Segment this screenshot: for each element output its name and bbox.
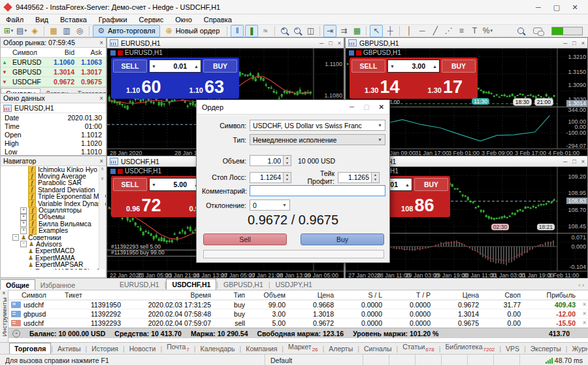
tree-item-объемы[interactable]: +fОбъемы bbox=[1, 214, 106, 220]
collapse-icon[interactable]: − bbox=[12, 234, 19, 241]
market-watch-icon[interactable]: ◈ bbox=[29, 26, 41, 37]
stop-loss-input[interactable]: 1.1264 bbox=[250, 172, 284, 183]
navigator-tab-Избранное[interactable]: Избранное bbox=[35, 280, 80, 290]
navigator-icon[interactable]: ▥ bbox=[61, 26, 73, 37]
ocp-buy-button[interactable]: BUY bbox=[442, 60, 476, 73]
horizontal-line-icon[interactable]: ─ bbox=[416, 26, 428, 37]
market-watch-row[interactable]: ▼GBPUSD1.30141.3017 bbox=[1, 67, 106, 77]
vertical-line-icon[interactable]: │ bbox=[403, 26, 415, 37]
tree-item-variable-index-dynamic-a[interactable]: fVariable Index Dynamic A bbox=[1, 200, 106, 207]
volume-down-icon[interactable]: ▼ bbox=[388, 64, 397, 69]
toolbox-tab-Статьи[interactable]: Статьи678 bbox=[398, 341, 438, 354]
buy-price-tile[interactable]: 1.1063 bbox=[176, 75, 238, 97]
chart-plot-area[interactable]: GBPUSD,H1SELL▼3.00▲BUY1.30141.30171.3210… bbox=[346, 48, 587, 107]
chart-window-titlebar[interactable]: GBPUSD,H1─□× bbox=[346, 38, 587, 48]
buy-price-tile[interactable]: 1.3017 bbox=[415, 75, 476, 97]
chart-close-button[interactable]: × bbox=[581, 40, 585, 46]
tree-item-examples[interactable]: +fExamples bbox=[1, 228, 106, 234]
expand-icon[interactable]: + bbox=[20, 214, 27, 220]
menu-Вставка[interactable]: Вставка bbox=[54, 16, 93, 24]
menu-Файл[interactable]: Файл bbox=[0, 16, 29, 24]
new-chart-icon[interactable]: ⊞▾ bbox=[3, 26, 14, 37]
toolbox-tab-Торговля[interactable]: Торговля bbox=[9, 343, 51, 354]
cursor-icon[interactable]: ↖ bbox=[370, 25, 383, 37]
ocp-sell-button[interactable]: SELL bbox=[113, 178, 147, 191]
zoom-out-icon[interactable]: − bbox=[291, 26, 303, 37]
text-label-icon[interactable]: T bbox=[468, 26, 480, 37]
position-row[interactable]: usdchf113922932020.02.04 07:59:07sell5.0… bbox=[8, 319, 588, 328]
zoom-in-icon[interactable]: + bbox=[278, 26, 290, 37]
terminal-icon[interactable]: ◎ bbox=[74, 26, 86, 37]
tree-item-moving-average[interactable]: fMoving Average bbox=[1, 173, 106, 179]
toolbox-tab-Компания[interactable]: Компания bbox=[241, 343, 282, 354]
fibonacci-icon[interactable]: ⋰ bbox=[442, 26, 454, 37]
sell-price-tile[interactable]: 1.1060 bbox=[113, 75, 174, 97]
chart-minimize-button[interactable]: ─ bbox=[563, 158, 567, 165]
search-icon[interactable] bbox=[515, 26, 527, 37]
data-window-close-icon[interactable]: × bbox=[99, 95, 103, 102]
chat-icon[interactable] bbox=[533, 27, 542, 34]
buy-price-tile[interactable]: 10886 bbox=[387, 193, 449, 215]
navigator-tab-Общие[interactable]: Общие bbox=[0, 279, 35, 290]
toolbox-tab-Алерты[interactable]: Алерты bbox=[324, 343, 357, 354]
take-profit-spinner[interactable]: ▲▼ bbox=[372, 172, 380, 183]
tree-item-advisors[interactable]: −♟Advisors bbox=[1, 241, 106, 247]
volume-input[interactable]: 1.00 bbox=[250, 155, 284, 166]
volume-stepper[interactable]: ▼3.00▲ bbox=[387, 60, 440, 73]
menu-Окно[interactable]: Окно bbox=[169, 16, 198, 24]
volume-down-icon[interactable]: ▼ bbox=[150, 64, 158, 69]
comment-input[interactable] bbox=[250, 185, 385, 196]
tree-item-expertmapsar[interactable]: ♟ExpertMAPSAR bbox=[1, 261, 106, 268]
volume-down-icon[interactable]: ▼ bbox=[150, 182, 158, 187]
bar-chart-icon[interactable]: ‖ bbox=[231, 25, 244, 37]
channel-icon[interactable]: ≡ bbox=[455, 26, 467, 37]
volume-spinner[interactable]: ▲▼ bbox=[284, 155, 291, 166]
toolbox-tab-Сигналы[interactable]: Сигналы bbox=[359, 343, 397, 354]
menu-Справка[interactable]: Справка bbox=[198, 16, 238, 24]
line-chart-icon[interactable]: ≈ bbox=[259, 26, 271, 37]
toolbox-tab-VPS[interactable]: VPS bbox=[501, 343, 524, 354]
chart-tab-EURUSD,H1[interactable]: EURUSD,H1 bbox=[114, 279, 165, 290]
shapes-icon[interactable]: %▾ bbox=[482, 26, 493, 37]
dialog-minimize-button[interactable]: ─ bbox=[350, 103, 354, 111]
ocp-sell-button[interactable]: SELL bbox=[351, 60, 385, 73]
ocp-buy-button[interactable]: BUY bbox=[414, 178, 448, 191]
collapse-icon[interactable]: − bbox=[20, 241, 27, 247]
chart-maximize-button[interactable]: □ bbox=[572, 40, 576, 46]
templates-icon[interactable]: ▦ bbox=[351, 26, 363, 37]
expand-icon[interactable]: + bbox=[20, 228, 27, 234]
chart-close-button[interactable]: × bbox=[581, 158, 585, 165]
symbol-select[interactable]: USDCHF, US Dollar vs Swiss Franc▼ bbox=[250, 120, 385, 131]
chart-tab-GBPUSD,H1[interactable]: GBPUSD,H1 bbox=[218, 279, 269, 290]
navigator-scrollbar[interactable]: ∧ ∨ bbox=[99, 166, 105, 269]
candlestick-chart-icon[interactable]: ❚ bbox=[245, 25, 258, 37]
sell-button[interactable]: Sell bbox=[203, 234, 287, 245]
dialog-close-button[interactable]: ✕ bbox=[379, 103, 384, 111]
data-window-icon[interactable]: ▦ bbox=[48, 26, 59, 37]
trendline-icon[interactable]: ╱ bbox=[429, 26, 441, 37]
maximize-button[interactable]: ▢ bbox=[547, 1, 566, 14]
toolbox-tab-Почта[interactable]: Почта7 bbox=[162, 341, 194, 354]
toolbox-tab-Библиотека[interactable]: Библиотека7202 bbox=[440, 341, 499, 354]
profiles-icon[interactable]: ▤▾ bbox=[16, 26, 27, 37]
auto-scroll-icon[interactable]: ⇉ bbox=[338, 26, 350, 37]
minimize-button[interactable]: ─ bbox=[529, 1, 547, 14]
ocp-buy-button[interactable]: BUY bbox=[203, 60, 237, 73]
crosshair-icon[interactable]: ┼ bbox=[384, 26, 396, 37]
new-order-button[interactable]: ⊕ Новый ордер bbox=[161, 26, 224, 37]
ocp-sell-button[interactable]: SELL bbox=[113, 60, 147, 73]
chart-window-titlebar[interactable]: EURUSD,H1─□× bbox=[107, 38, 344, 48]
order-dialog-titlebar[interactable]: Ордер ─ ▢ ✕ bbox=[197, 100, 389, 114]
volume-up-icon[interactable]: ▲ bbox=[192, 64, 201, 69]
chart-minimize-button[interactable]: ─ bbox=[563, 40, 567, 46]
volume-stepper[interactable]: ▼0.01▲ bbox=[149, 60, 201, 73]
market-watch-row[interactable]: ▲EURUSD1.10601.1063 bbox=[1, 58, 106, 67]
volume-up-icon[interactable]: ▲ bbox=[403, 182, 412, 187]
tree-item-осцилляторы[interactable]: +fОсцилляторы bbox=[1, 207, 106, 213]
sell-price-tile[interactable]: 1.3014 bbox=[351, 75, 413, 97]
position-row[interactable]: gbpusd113922922020.02.04 07:58:48buy3.00… bbox=[8, 309, 588, 319]
tree-item-parabolic-sar[interactable]: fParabolic SAR bbox=[1, 180, 106, 186]
tab-scroll-arrows[interactable]: ‹ › bbox=[575, 281, 588, 290]
toolbox-tab-Календарь[interactable]: Календарь bbox=[196, 343, 240, 354]
tree-item-triple-exponential-movin[interactable]: fTriple Exponential Movin bbox=[1, 194, 106, 200]
